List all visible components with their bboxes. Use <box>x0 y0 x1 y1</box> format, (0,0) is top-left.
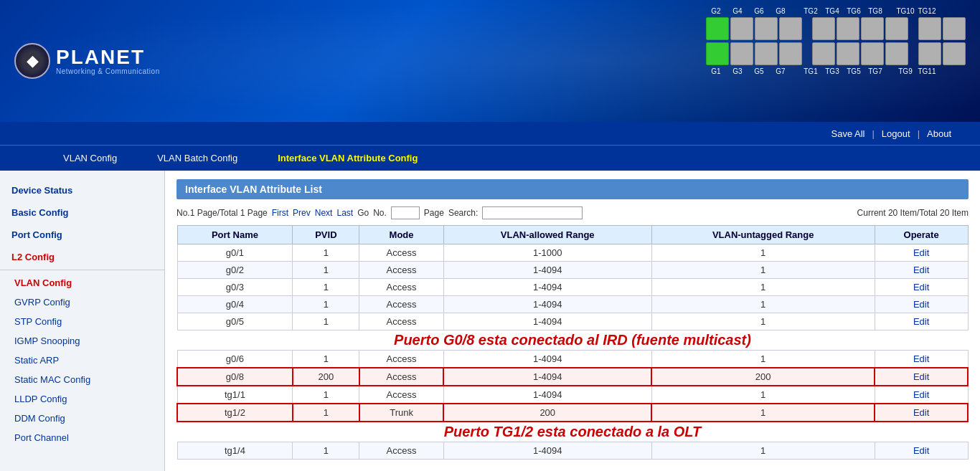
page-number-input[interactable] <box>391 206 420 219</box>
table-row: g0/2 1 Access 1-4094 1 Edit <box>177 262 968 279</box>
cell-pvid: 1 <box>293 442 359 460</box>
port-tg12[interactable] <box>943 17 966 40</box>
sidebar-item-igmp-snooping[interactable]: IGMP Snooping <box>0 331 164 351</box>
annotation-g08: Puerto G0/8 esta conectado al IRD (fuent… <box>177 332 968 348</box>
menu-vlan-batch-config[interactable]: VLAN Batch Config <box>151 148 243 168</box>
cell-port: g0/1 <box>177 244 293 262</box>
header: ◆ PLANET Networking & Communication G2 G… <box>0 0 980 122</box>
pagination-bar: No.1 Page/Total 1 Page First Prev Next L… <box>176 206 969 219</box>
sidebar-item-port-channel[interactable]: Port Channel <box>0 428 164 447</box>
main-layout: Device Status Basic Config Port Config L… <box>0 171 980 471</box>
port-g4[interactable] <box>730 17 753 40</box>
cell-allowed: 1-4094 <box>443 351 651 368</box>
port-tg4[interactable] <box>837 17 859 40</box>
vlan-attribute-table: Port Name PVID Mode VLAN-allowed Range V… <box>176 225 969 460</box>
port-tg5[interactable] <box>861 42 884 65</box>
edit-link[interactable]: Edit <box>913 371 929 382</box>
cell-allowed: 1-4094 <box>443 386 651 404</box>
edit-link[interactable]: Edit <box>913 353 929 364</box>
port-tg2[interactable] <box>812 17 835 40</box>
annotation-row-tg12: Puerto TG1/2 esta conectado a la OLT <box>177 422 968 442</box>
sidebar-item-port-config[interactable]: Port Config <box>0 225 164 244</box>
save-all-link[interactable]: Save All <box>824 128 872 139</box>
cell-untagged: 1 <box>651 313 875 330</box>
menu-interface-vlan[interactable]: Interface VLAN Attribute Config <box>272 148 423 168</box>
cell-port: g0/6 <box>177 351 293 368</box>
table-row-g08-highlight: g0/8 200 Access 1-4094 200 Edit <box>177 368 968 386</box>
section-title: Interface VLAN Attribute List <box>176 179 969 199</box>
edit-link[interactable]: Edit <box>913 299 929 310</box>
port-label-g6: G6 <box>749 7 769 15</box>
port-label-tg6: TG6 <box>844 7 864 15</box>
about-link[interactable]: About <box>920 128 958 139</box>
cell-untagged: 1 <box>651 279 875 296</box>
no-label: No. <box>373 208 387 218</box>
menu-vlan-config[interactable]: VLAN Config <box>57 148 123 168</box>
table-row: g0/3 1 Access 1-4094 1 Edit <box>177 279 968 296</box>
cell-untagged: 1 <box>651 262 875 279</box>
port-g5[interactable] <box>755 42 778 65</box>
edit-link[interactable]: Edit <box>913 407 929 418</box>
port-tg1[interactable] <box>812 42 835 65</box>
port-tg9[interactable] <box>918 42 941 65</box>
edit-link[interactable]: Edit <box>913 282 929 292</box>
cell-mode: Access <box>359 244 444 262</box>
port-tg10[interactable] <box>918 17 941 40</box>
edit-link[interactable]: Edit <box>913 265 929 275</box>
edit-link[interactable]: Edit <box>913 389 929 400</box>
sidebar-item-static-mac[interactable]: Static MAC Config <box>0 370 164 389</box>
edit-link[interactable]: Edit <box>913 247 929 258</box>
sidebar-item-gvrp-config[interactable]: GVRP Config <box>0 292 164 312</box>
sidebar-item-device-status[interactable]: Device Status <box>0 181 164 200</box>
cell-untagged: 1 <box>651 351 875 368</box>
port-label-tg10: TG10 <box>895 7 915 15</box>
sidebar-item-l2-config[interactable]: L2 Config <box>0 247 164 267</box>
sidebar-item-vlan-config[interactable]: VLAN Config <box>0 273 164 292</box>
port-g1[interactable] <box>706 42 729 65</box>
table-row: g0/6 1 Access 1-4094 1 Edit <box>177 351 968 368</box>
search-input[interactable] <box>482 206 583 219</box>
cell-mode: Access <box>359 386 444 404</box>
logo-planet: PLANET <box>56 47 160 67</box>
cell-allowed: 1-4094 <box>443 279 651 296</box>
cell-allowed: 1-4094 <box>443 313 651 330</box>
table-row: tg1/4 1 Access 1-4094 1 Edit <box>177 442 968 460</box>
port-g3[interactable] <box>730 42 753 65</box>
sidebar-item-stp-config[interactable]: STP Config <box>0 312 164 331</box>
cell-operate: Edit <box>875 279 968 296</box>
sidebar-item-ddm-config[interactable]: DDM Config <box>0 409 164 428</box>
cell-port: g0/5 <box>177 313 293 330</box>
port-label-g5: G5 <box>749 67 769 75</box>
port-g6[interactable] <box>755 17 778 40</box>
cell-operate: Edit <box>875 442 968 460</box>
pagination-next[interactable]: Next <box>315 208 333 218</box>
cell-mode: Access <box>359 279 444 296</box>
logo-area: ◆ PLANET Networking & Communication <box>14 43 160 79</box>
sidebar-item-basic-config[interactable]: Basic Config <box>0 203 164 222</box>
port-tg8[interactable] <box>885 17 908 40</box>
pagination-last[interactable]: Last <box>336 208 353 218</box>
cell-port: g0/2 <box>177 262 293 279</box>
cell-pvid: 1 <box>293 351 359 368</box>
port-label-g7: G7 <box>771 67 791 75</box>
logout-link[interactable]: Logout <box>875 128 918 139</box>
port-label-tg5: TG5 <box>844 67 864 75</box>
port-tg11[interactable] <box>943 42 966 65</box>
port-tg7[interactable] <box>885 42 908 65</box>
port-tg3[interactable] <box>837 42 859 65</box>
sidebar-item-static-arp[interactable]: Static ARP <box>0 351 164 370</box>
col-operate: Operate <box>875 226 968 244</box>
port-g7[interactable] <box>779 42 802 65</box>
port-tg6[interactable] <box>861 17 884 40</box>
cell-port: tg1/1 <box>177 386 293 404</box>
pagination-prev[interactable]: Prev <box>293 208 311 218</box>
cell-mode: Trunk <box>359 404 444 422</box>
edit-link[interactable]: Edit <box>913 316 929 327</box>
sidebar-item-lldp-config[interactable]: LLDP Config <box>0 389 164 409</box>
cell-port: tg1/2 <box>177 404 293 422</box>
port-g2[interactable] <box>706 17 729 40</box>
port-g8[interactable] <box>779 17 802 40</box>
edit-link[interactable]: Edit <box>913 445 929 456</box>
pagination-first[interactable]: First <box>272 208 288 218</box>
cell-untagged: 1 <box>651 244 875 262</box>
